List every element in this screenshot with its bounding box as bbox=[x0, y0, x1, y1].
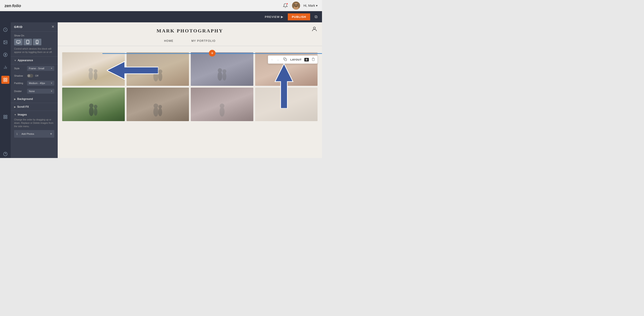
images-label: Images bbox=[18, 113, 27, 116]
svg-point-54 bbox=[94, 105, 97, 108]
nav-home[interactable]: HOME bbox=[164, 39, 174, 42]
logo-svg: zen folio bbox=[4, 2, 27, 9]
svg-point-37 bbox=[88, 71, 93, 80]
sidebar-item-stats[interactable] bbox=[1, 63, 10, 71]
photo-cell-6 bbox=[126, 88, 189, 121]
split-view-button[interactable]: ⧉ bbox=[314, 14, 318, 19]
padding-select[interactable]: Medium - 40px ▼ bbox=[27, 81, 54, 86]
images-header[interactable]: ▼ Images bbox=[14, 113, 54, 116]
svg-point-35 bbox=[313, 27, 315, 29]
device-toggles bbox=[14, 39, 54, 45]
style-arrow: ▼ bbox=[50, 67, 52, 69]
editor-bar: PREVIEW ▶ PUBLISH ⧉ bbox=[0, 11, 322, 22]
svg-point-55 bbox=[154, 107, 158, 116]
padding-value: Medium - 40px bbox=[29, 82, 45, 84]
user-profile-icon[interactable] bbox=[311, 26, 318, 33]
svg-point-48 bbox=[222, 69, 226, 73]
svg-point-13 bbox=[4, 41, 5, 42]
website-header: MARK PHOTOGRAPHY bbox=[58, 22, 322, 37]
close-button[interactable]: ✕ bbox=[52, 25, 54, 29]
duplicate-button[interactable] bbox=[282, 57, 288, 62]
sidebar-item-help[interactable] bbox=[1, 150, 10, 158]
svg-text:folio: folio bbox=[12, 3, 21, 8]
preview-button[interactable]: PREVIEW ▶ bbox=[265, 15, 283, 18]
zenfolio-logo: zen folio bbox=[4, 2, 27, 9]
add-photos-plus-icon[interactable]: + bbox=[50, 132, 52, 136]
svg-rect-25 bbox=[6, 117, 7, 119]
sidebar-item-gallery[interactable] bbox=[1, 38, 10, 46]
svg-point-42 bbox=[154, 68, 158, 73]
divider-row: Divider None ▼ bbox=[11, 87, 58, 95]
images-helper: Change the order by dragging up or down.… bbox=[14, 118, 54, 128]
shadow-label: Shadow bbox=[14, 74, 25, 77]
bold-button[interactable]: B bbox=[304, 58, 309, 61]
notification-bell[interactable] bbox=[282, 2, 289, 9]
svg-rect-20 bbox=[4, 80, 5, 82]
divider-select[interactable]: None ▼ bbox=[27, 89, 54, 94]
sidebar-item-dashboard[interactable] bbox=[1, 26, 10, 34]
svg-point-39 bbox=[94, 72, 97, 80]
show-on-helper: Control which devices this block will ap… bbox=[14, 47, 54, 54]
background-section: ▶ Background bbox=[11, 95, 58, 103]
svg-point-56 bbox=[154, 103, 158, 108]
svg-rect-28 bbox=[16, 41, 20, 43]
svg-point-8 bbox=[295, 6, 297, 7]
top-bar: zen folio Hi, Mark bbox=[0, 0, 322, 11]
svg-point-57 bbox=[158, 108, 162, 116]
svg-rect-19 bbox=[6, 78, 7, 79]
user-avatar[interactable] bbox=[292, 1, 300, 9]
desktop-toggle[interactable] bbox=[14, 39, 22, 45]
tablet-toggle[interactable] bbox=[24, 39, 32, 45]
sidebar-item-apps[interactable] bbox=[1, 113, 10, 121]
greeting-text: Hi, Mark bbox=[304, 4, 315, 7]
sidebar-item-pages[interactable] bbox=[1, 76, 10, 84]
style-select[interactable]: Frame - Small ▼ bbox=[27, 66, 54, 71]
content-area: MARK PHOTOGRAPHY HOME MY PORTFOLIO + ↑ ↓ bbox=[58, 22, 322, 158]
svg-point-52 bbox=[89, 103, 94, 108]
divider-value: None bbox=[29, 90, 35, 92]
svg-point-49 bbox=[282, 71, 287, 81]
publish-button[interactable]: PUBLISH bbox=[288, 13, 310, 20]
svg-point-38 bbox=[88, 68, 93, 72]
layout-label: LAYOUT bbox=[290, 58, 302, 61]
svg-point-51 bbox=[89, 107, 94, 116]
delete-button[interactable] bbox=[312, 57, 315, 62]
svg-point-53 bbox=[94, 108, 97, 116]
appearance-section: ▼ Appearance bbox=[11, 56, 58, 64]
svg-rect-23 bbox=[6, 115, 7, 117]
shadow-toggle[interactable] bbox=[27, 74, 33, 77]
divider-arrow: ▼ bbox=[50, 90, 52, 92]
selection-bar: + bbox=[102, 53, 322, 54]
svg-point-44 bbox=[158, 69, 162, 73]
notification-dot bbox=[286, 3, 288, 5]
appearance-arrow: ▼ bbox=[14, 59, 16, 62]
user-greeting[interactable]: Hi, Mark ▾ bbox=[304, 4, 318, 7]
add-block-button[interactable]: + bbox=[209, 50, 216, 56]
move-up-button[interactable]: ↑ bbox=[270, 57, 274, 62]
show-on-label: Show On bbox=[14, 34, 54, 37]
add-photos-row[interactable]: 1 Add Photos + bbox=[14, 130, 54, 138]
appearance-header[interactable]: ▼ Appearance bbox=[14, 59, 54, 62]
floating-toolbar: ↑ ↓ LAYOUT B bbox=[268, 55, 318, 64]
padding-row: Padding Medium - 40px ▼ bbox=[11, 79, 58, 87]
site-title: MARK PHOTOGRAPHY bbox=[156, 28, 223, 34]
svg-point-45 bbox=[218, 71, 222, 81]
svg-point-60 bbox=[220, 103, 224, 108]
svg-rect-21 bbox=[6, 80, 7, 82]
mobile-toggle[interactable] bbox=[33, 39, 41, 45]
appearance-label: Appearance bbox=[18, 59, 33, 62]
svg-point-50 bbox=[282, 68, 287, 73]
svg-point-59 bbox=[220, 107, 224, 116]
background-header[interactable]: ▶ Background bbox=[14, 97, 54, 101]
settings-panel: GRID ✕ Show On bbox=[11, 22, 58, 158]
background-arrow: ▶ bbox=[14, 98, 16, 100]
sidebar-item-pricing[interactable] bbox=[1, 51, 10, 59]
add-photos-label: Add Photos bbox=[22, 133, 48, 135]
divider-label: Divider bbox=[14, 90, 25, 92]
svg-rect-22 bbox=[4, 115, 5, 117]
scroll-fx-header[interactable]: ▶ Scroll FX bbox=[14, 105, 54, 108]
images-arrow: ▼ bbox=[14, 113, 16, 116]
move-down-button[interactable]: ↓ bbox=[276, 57, 280, 62]
nav-portfolio[interactable]: MY PORTFOLIO bbox=[192, 39, 216, 42]
main-layout: GRID ✕ Show On bbox=[0, 22, 322, 158]
